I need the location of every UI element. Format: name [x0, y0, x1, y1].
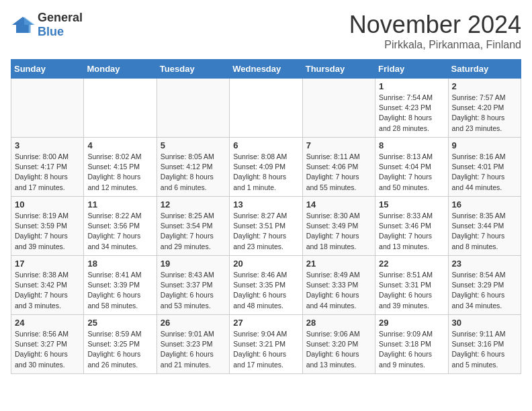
calendar-week-5: 24Sunrise: 8:56 AM Sunset: 3:27 PM Dayli… [11, 315, 521, 374]
calendar-cell: 20Sunrise: 8:46 AM Sunset: 3:35 PM Dayli… [230, 256, 302, 315]
logo: General Blue [11, 11, 83, 39]
day-number: 26 [161, 318, 226, 328]
day-info: Sunrise: 8:49 AM Sunset: 3:33 PM Dayligh… [306, 270, 371, 311]
calendar-cell: 18Sunrise: 8:41 AM Sunset: 3:39 PM Dayli… [84, 256, 157, 315]
day-info: Sunrise: 8:30 AM Sunset: 3:49 PM Dayligh… [306, 211, 371, 252]
day-info: Sunrise: 9:06 AM Sunset: 3:20 PM Dayligh… [306, 329, 371, 370]
logo-blue: Blue [38, 25, 64, 38]
calendar-cell: 10Sunrise: 8:19 AM Sunset: 3:59 PM Dayli… [11, 197, 84, 256]
day-number: 1 [379, 81, 444, 91]
day-info: Sunrise: 8:51 AM Sunset: 3:31 PM Dayligh… [379, 270, 444, 311]
calendar-cell [84, 79, 157, 138]
calendar-cell: 15Sunrise: 8:33 AM Sunset: 3:46 PM Dayli… [375, 197, 448, 256]
calendar-cell: 26Sunrise: 9:01 AM Sunset: 3:23 PM Dayli… [157, 315, 229, 374]
calendar-cell [11, 79, 84, 138]
day-number: 18 [87, 259, 152, 269]
day-number: 25 [87, 318, 152, 328]
day-info: Sunrise: 9:01 AM Sunset: 3:23 PM Dayligh… [161, 329, 226, 370]
day-number: 19 [161, 259, 226, 269]
day-info: Sunrise: 9:11 AM Sunset: 3:16 PM Dayligh… [452, 329, 517, 370]
day-number: 6 [233, 140, 298, 150]
day-info: Sunrise: 8:35 AM Sunset: 3:44 PM Dayligh… [452, 211, 517, 252]
calendar-cell: 22Sunrise: 8:51 AM Sunset: 3:31 PM Dayli… [375, 256, 448, 315]
day-info: Sunrise: 9:09 AM Sunset: 3:18 PM Dayligh… [379, 329, 444, 370]
day-number: 11 [87, 199, 152, 210]
calendar-cell: 23Sunrise: 8:54 AM Sunset: 3:29 PM Dayli… [448, 256, 521, 315]
day-info: Sunrise: 8:56 AM Sunset: 3:27 PM Dayligh… [15, 329, 80, 370]
calendar-cell: 11Sunrise: 8:22 AM Sunset: 3:56 PM Dayli… [84, 197, 157, 256]
page-header: General Blue November 2024 Pirkkala, Pir… [11, 11, 521, 51]
day-number: 24 [15, 318, 80, 328]
day-number: 9 [452, 140, 517, 150]
day-number: 14 [306, 199, 371, 210]
title-area: November 2024 Pirkkala, Pirkanmaa, Finla… [349, 11, 521, 51]
calendar-cell [157, 79, 229, 138]
header-tuesday: Tuesday [157, 60, 229, 79]
day-number: 5 [161, 140, 226, 150]
calendar-week-2: 3Sunrise: 8:00 AM Sunset: 4:17 PM Daylig… [11, 138, 521, 197]
day-number: 2 [452, 81, 517, 91]
day-info: Sunrise: 7:57 AM Sunset: 4:20 PM Dayligh… [452, 93, 517, 134]
calendar-cell: 21Sunrise: 8:49 AM Sunset: 3:33 PM Dayli… [302, 256, 375, 315]
day-number: 3 [15, 140, 80, 150]
calendar-cell: 19Sunrise: 8:43 AM Sunset: 3:37 PM Dayli… [157, 256, 229, 315]
calendar-week-3: 10Sunrise: 8:19 AM Sunset: 3:59 PM Dayli… [11, 197, 521, 256]
day-info: Sunrise: 8:00 AM Sunset: 4:17 PM Dayligh… [15, 152, 80, 193]
calendar-cell: 30Sunrise: 9:11 AM Sunset: 3:16 PM Dayli… [448, 315, 521, 374]
day-info: Sunrise: 9:04 AM Sunset: 3:21 PM Dayligh… [233, 329, 298, 370]
calendar-cell: 1Sunrise: 7:54 AM Sunset: 4:23 PM Daylig… [375, 79, 448, 138]
day-number: 15 [379, 199, 444, 210]
day-info: Sunrise: 8:08 AM Sunset: 4:09 PM Dayligh… [233, 152, 298, 193]
day-info: Sunrise: 8:43 AM Sunset: 3:37 PM Dayligh… [161, 270, 226, 311]
calendar-cell: 16Sunrise: 8:35 AM Sunset: 3:44 PM Dayli… [448, 197, 521, 256]
day-number: 29 [379, 318, 444, 328]
day-number: 8 [379, 140, 444, 150]
logo-general: General [38, 11, 83, 24]
header-thursday: Thursday [302, 60, 375, 79]
month-title: November 2024 [349, 11, 521, 39]
day-info: Sunrise: 8:25 AM Sunset: 3:54 PM Dayligh… [161, 211, 226, 252]
day-info: Sunrise: 8:02 AM Sunset: 4:15 PM Dayligh… [87, 152, 152, 193]
day-number: 23 [452, 259, 517, 269]
logo-icon [11, 15, 35, 34]
calendar-week-4: 17Sunrise: 8:38 AM Sunset: 3:42 PM Dayli… [11, 256, 521, 315]
calendar-cell: 12Sunrise: 8:25 AM Sunset: 3:54 PM Dayli… [157, 197, 229, 256]
day-info: Sunrise: 8:54 AM Sunset: 3:29 PM Dayligh… [452, 270, 517, 311]
day-number: 4 [87, 140, 152, 150]
day-number: 21 [306, 259, 371, 269]
calendar-week-1: 1Sunrise: 7:54 AM Sunset: 4:23 PM Daylig… [11, 79, 521, 138]
calendar-cell: 13Sunrise: 8:27 AM Sunset: 3:51 PM Dayli… [230, 197, 302, 256]
location-title: Pirkkala, Pirkanmaa, Finland [349, 39, 521, 51]
calendar-cell [302, 79, 375, 138]
calendar-cell: 2Sunrise: 7:57 AM Sunset: 4:20 PM Daylig… [448, 79, 521, 138]
calendar-cell: 28Sunrise: 9:06 AM Sunset: 3:20 PM Dayli… [302, 315, 375, 374]
day-number: 27 [233, 318, 298, 328]
calendar-cell: 9Sunrise: 8:16 AM Sunset: 4:01 PM Daylig… [448, 138, 521, 197]
logo-text: General Blue [38, 11, 83, 39]
header-monday: Monday [84, 60, 157, 79]
calendar-cell: 4Sunrise: 8:02 AM Sunset: 4:15 PM Daylig… [84, 138, 157, 197]
calendar-cell: 3Sunrise: 8:00 AM Sunset: 4:17 PM Daylig… [11, 138, 84, 197]
calendar-cell: 17Sunrise: 8:38 AM Sunset: 3:42 PM Dayli… [11, 256, 84, 315]
calendar-cell: 25Sunrise: 8:59 AM Sunset: 3:25 PM Dayli… [84, 315, 157, 374]
calendar-cell: 24Sunrise: 8:56 AM Sunset: 3:27 PM Dayli… [11, 315, 84, 374]
day-info: Sunrise: 8:05 AM Sunset: 4:12 PM Dayligh… [161, 152, 226, 193]
calendar-cell: 8Sunrise: 8:13 AM Sunset: 4:04 PM Daylig… [375, 138, 448, 197]
day-number: 7 [306, 140, 371, 150]
day-info: Sunrise: 8:27 AM Sunset: 3:51 PM Dayligh… [233, 211, 298, 252]
day-info: Sunrise: 8:59 AM Sunset: 3:25 PM Dayligh… [87, 329, 152, 370]
day-number: 28 [306, 318, 371, 328]
day-info: Sunrise: 7:54 AM Sunset: 4:23 PM Dayligh… [379, 93, 444, 134]
day-number: 12 [161, 199, 226, 210]
day-number: 13 [233, 199, 298, 210]
header-friday: Friday [375, 60, 448, 79]
day-number: 16 [452, 199, 517, 210]
day-info: Sunrise: 8:16 AM Sunset: 4:01 PM Dayligh… [452, 152, 517, 193]
day-info: Sunrise: 8:33 AM Sunset: 3:46 PM Dayligh… [379, 211, 444, 252]
calendar-cell: 27Sunrise: 9:04 AM Sunset: 3:21 PM Dayli… [230, 315, 302, 374]
day-number: 22 [379, 259, 444, 269]
calendar-cell: 7Sunrise: 8:11 AM Sunset: 4:06 PM Daylig… [302, 138, 375, 197]
calendar-table: Sunday Monday Tuesday Wednesday Thursday… [11, 59, 521, 374]
day-info: Sunrise: 8:22 AM Sunset: 3:56 PM Dayligh… [87, 211, 152, 252]
calendar-cell: 29Sunrise: 9:09 AM Sunset: 3:18 PM Dayli… [375, 315, 448, 374]
